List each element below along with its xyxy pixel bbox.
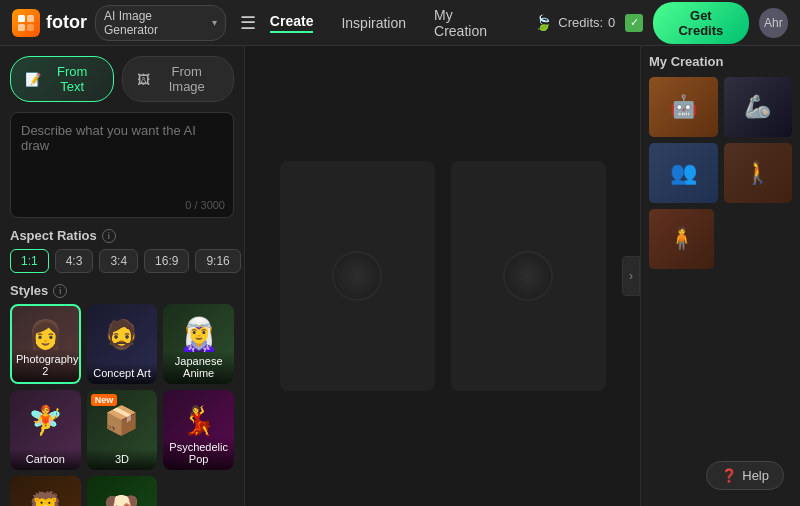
style-photography[interactable]: 👩 Photography 2 [10, 304, 81, 384]
right-panel: My Creation 🤖 🦾 👥 🚶 🧍 [640, 46, 800, 506]
credits-value: 0 [608, 15, 615, 30]
fotor-logo-icon [12, 9, 40, 37]
creation-thumb-mech1[interactable]: 🤖 [649, 77, 718, 137]
left-sidebar: 📝 From Text 🖼 From Image 0 / 3000 Aspect… [0, 46, 245, 506]
ai-tool-chevron-icon: ▾ [212, 17, 217, 28]
canvas-area: › [245, 46, 640, 506]
creation-thumb-group1[interactable]: 👥 [649, 143, 718, 203]
canvas-circle-1 [332, 251, 382, 301]
ratio-16-9[interactable]: 16:9 [144, 249, 189, 273]
style-japanese-anime[interactable]: 🧝‍♀️ Japanese Anime [163, 304, 234, 384]
nav-inspiration[interactable]: Inspiration [341, 15, 406, 31]
new-badge: New [91, 394, 118, 406]
nav-create[interactable]: Create [270, 13, 314, 33]
right-panel-title: My Creation [649, 54, 792, 69]
style-extra-2[interactable]: 🐶 [87, 476, 158, 506]
hamburger-button[interactable]: ☰ [234, 8, 262, 38]
leaf-icon: 🍃 [534, 14, 553, 32]
prompt-box: 0 / 3000 [10, 112, 234, 218]
ratio-options: 1:1 4:3 3:4 16:9 9:16 [10, 249, 234, 273]
creation-row-1: 🤖 🦾 [649, 77, 792, 137]
main-nav: Create Inspiration My Creation [270, 7, 506, 39]
styles-label: Styles i [10, 283, 234, 298]
creation-thumb-mech2[interactable]: 🦾 [724, 77, 793, 137]
styles-section: Styles i 👩 Photography 2 🧔 Concept Art 🧝… [10, 283, 234, 506]
help-button[interactable]: ❓ Help [706, 461, 784, 490]
svg-rect-0 [18, 15, 25, 22]
creation-grid: 🤖 🦾 👥 🚶 🧍 [649, 77, 792, 269]
char-count: 0 / 3000 [185, 199, 225, 211]
header: fotor AI Image Generator ▾ ☰ Create Insp… [0, 0, 800, 46]
svg-rect-2 [18, 24, 25, 31]
logo-area: fotor [12, 9, 87, 37]
aspect-ratio-info-icon: i [102, 229, 116, 243]
main-layout: 📝 From Text 🖼 From Image 0 / 3000 Aspect… [0, 46, 800, 506]
header-right: 🍃 Credits: 0 ✓ Get Credits Ahr [534, 2, 788, 44]
svg-rect-1 [27, 15, 34, 22]
style-cartoon[interactable]: 🧚 Cartoon [10, 390, 81, 470]
credits-area: 🍃 Credits: 0 [534, 14, 615, 32]
canvas-circle-2 [503, 251, 553, 301]
credits-check-icon: ✓ [625, 14, 642, 32]
get-credits-button[interactable]: Get Credits [653, 2, 749, 44]
tab-from-image[interactable]: 🖼 From Image [122, 56, 234, 102]
styles-info-icon: i [53, 284, 67, 298]
nav-my-creation[interactable]: My Creation [434, 7, 506, 39]
creation-thumb-group2[interactable]: 🚶 [724, 143, 793, 203]
ratio-9-16[interactable]: 9:16 [195, 249, 240, 273]
ratio-4-3[interactable]: 4:3 [55, 249, 94, 273]
style-concept-art[interactable]: 🧔 Concept Art [87, 304, 158, 384]
style-3d[interactable]: New 📦 3D [87, 390, 158, 470]
ai-tool-label[interactable]: AI Image Generator ▾ [95, 5, 226, 41]
svg-rect-3 [27, 24, 34, 31]
input-tabs: 📝 From Text 🖼 From Image [10, 56, 234, 102]
canvas-placeholder-1 [280, 161, 435, 391]
help-circle-icon: ❓ [721, 468, 737, 483]
canvas-placeholder-2 [451, 161, 606, 391]
tab-from-text[interactable]: 📝 From Text [10, 56, 114, 102]
text-tab-icon: 📝 [25, 72, 41, 87]
style-psychedelic-pop[interactable]: 💃 Psychedelic Pop [163, 390, 234, 470]
credits-label: Credits: [558, 15, 603, 30]
collapse-panel-button[interactable]: › [622, 256, 640, 296]
creation-row-2: 👥 🚶 [649, 143, 792, 203]
styles-grid: 👩 Photography 2 🧔 Concept Art 🧝‍♀️ Japan… [10, 304, 234, 506]
avatar[interactable]: Ahr [759, 8, 788, 38]
logo-text: fotor [46, 12, 87, 33]
ratio-1-1[interactable]: 1:1 [10, 249, 49, 273]
creation-row-3: 🧍 [649, 209, 792, 269]
ratio-3-4[interactable]: 3:4 [99, 249, 138, 273]
style-extra-1[interactable]: 🦁 [10, 476, 81, 506]
image-tab-icon: 🖼 [137, 72, 150, 87]
prompt-textarea[interactable] [21, 123, 223, 203]
aspect-ratio-section: Aspect Ratios i 1:1 4:3 3:4 16:9 9:16 [10, 228, 234, 273]
aspect-ratio-label: Aspect Ratios i [10, 228, 234, 243]
creation-thumb-people[interactable]: 🧍 [649, 209, 714, 269]
